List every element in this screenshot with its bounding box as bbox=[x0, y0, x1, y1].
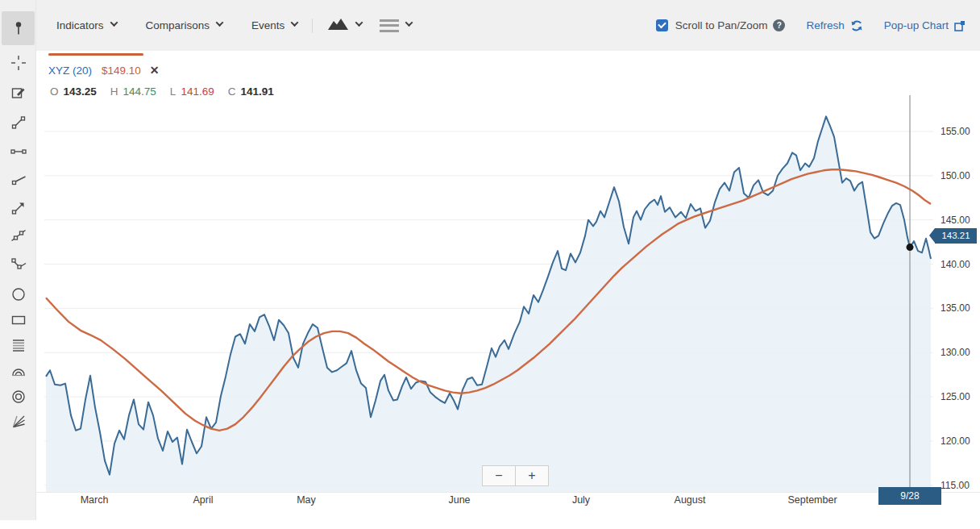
tool-crosshair[interactable] bbox=[4, 49, 32, 77]
x-axis-label: March bbox=[81, 494, 109, 506]
drawing-toolbar bbox=[0, 0, 36, 520]
toolbar-separator bbox=[312, 19, 313, 33]
indicators-menu[interactable]: Indicators bbox=[56, 19, 117, 31]
popup-chart-button[interactable]: Pop-up Chart bbox=[884, 19, 965, 31]
last-price-badge: 143.21 bbox=[935, 228, 977, 244]
extended-line-icon bbox=[10, 227, 27, 244]
x-axis-label: September bbox=[787, 494, 837, 506]
fib-retracement-icon bbox=[10, 337, 27, 353]
high-value: 144.75 bbox=[123, 85, 156, 98]
crosshair-icon bbox=[10, 55, 27, 71]
close-label: C bbox=[228, 85, 236, 98]
pin-icon bbox=[10, 20, 27, 36]
open-label: O bbox=[50, 85, 59, 98]
fib-circles-icon bbox=[10, 389, 27, 405]
help-icon[interactable]: ? bbox=[773, 19, 785, 31]
symbol-label: XYZ (20) bbox=[48, 65, 92, 77]
symbol-price: $149.10 bbox=[102, 65, 141, 77]
x-axis-label: May bbox=[297, 494, 316, 506]
zoom-controls: − + bbox=[482, 465, 549, 486]
chevron-down-icon bbox=[355, 19, 363, 27]
ohlc-readout: O 143.25 H 144.75 L 141.69 C 141.91 bbox=[50, 85, 288, 98]
low-label: L bbox=[170, 85, 176, 98]
ellipse-icon bbox=[10, 286, 27, 302]
high-label: H bbox=[110, 85, 118, 98]
scroll-pan-zoom-checkbox[interactable] bbox=[656, 19, 668, 31]
tool-fib-retracement[interactable] bbox=[4, 331, 32, 359]
horizontal-line-icon bbox=[10, 144, 27, 160]
tool-ellipse[interactable] bbox=[4, 281, 32, 308]
events-menu-label: Events bbox=[251, 19, 284, 31]
y-axis-label: 125.00 bbox=[941, 391, 970, 402]
tool-fib-circles[interactable] bbox=[4, 383, 32, 410]
arrow-icon bbox=[10, 200, 27, 216]
refresh-button-label: Refresh bbox=[806, 19, 844, 31]
y-axis-label: 145.00 bbox=[941, 215, 970, 226]
events-menu[interactable]: Events bbox=[251, 19, 297, 31]
lines-icon bbox=[380, 19, 399, 32]
ray-icon bbox=[10, 171, 27, 187]
symbol-tab[interactable]: XYZ (20) $149.10 ✕ bbox=[48, 64, 160, 77]
tool-ray[interactable] bbox=[4, 165, 32, 193]
tool-pitchfork[interactable] bbox=[4, 251, 32, 278]
tool-fib-arc[interactable] bbox=[4, 357, 32, 385]
pitchfork-icon bbox=[10, 256, 27, 273]
tool-segment[interactable] bbox=[4, 109, 32, 136]
tool-rectangle[interactable] bbox=[4, 306, 32, 334]
popup-chart-button-label: Pop-up Chart bbox=[884, 19, 949, 31]
comparisons-menu[interactable]: Comparisons bbox=[146, 19, 223, 31]
comparisons-menu-label: Comparisons bbox=[146, 19, 210, 31]
fib-arc-icon bbox=[10, 363, 27, 379]
tool-gann-fan[interactable] bbox=[4, 408, 32, 435]
toolbar-right-cluster: Scroll to Pan/Zoom ? Refresh Pop-up Char… bbox=[656, 0, 965, 51]
zoom-out-button[interactable]: − bbox=[482, 465, 516, 486]
y-axis-label: 150.00 bbox=[941, 170, 970, 181]
rectangle-icon bbox=[10, 312, 27, 328]
chevron-down-icon bbox=[291, 19, 299, 27]
crosshair-date-badge: 9/28 bbox=[878, 487, 941, 505]
line-style-menu[interactable] bbox=[380, 19, 412, 32]
segment-icon bbox=[10, 115, 27, 131]
mountain-area-chart-icon bbox=[327, 17, 349, 34]
close-icon[interactable]: ✕ bbox=[150, 64, 160, 77]
price-area-fill bbox=[46, 116, 931, 492]
gann-fan-icon bbox=[10, 414, 27, 430]
top-toolbar: Indicators Comparisons Events Scroll to … bbox=[0, 0, 980, 51]
close-value: 141.91 bbox=[240, 85, 273, 98]
chevron-down-icon bbox=[110, 19, 118, 27]
refresh-button[interactable]: Refresh bbox=[806, 19, 862, 32]
y-axis-label: 140.00 bbox=[941, 259, 970, 270]
tool-pin[interactable] bbox=[2, 11, 35, 45]
indicators-menu-label: Indicators bbox=[56, 19, 104, 31]
toolbar-menus: Indicators Comparisons Events bbox=[56, 0, 412, 51]
y-axis-label: 120.00 bbox=[941, 435, 970, 447]
chart-type-menu[interactable] bbox=[327, 17, 362, 34]
tool-horizontal-line[interactable] bbox=[4, 138, 32, 165]
x-axis-label: July bbox=[572, 494, 590, 506]
tool-annotation[interactable] bbox=[4, 79, 32, 106]
annotation-icon bbox=[10, 85, 27, 101]
y-axis-label: 130.00 bbox=[941, 347, 970, 358]
low-value: 141.69 bbox=[181, 85, 214, 98]
crosshair-dot bbox=[907, 244, 914, 251]
x-axis-label: June bbox=[448, 494, 470, 506]
popup-window-icon bbox=[954, 20, 965, 31]
active-tab-underline bbox=[48, 53, 143, 56]
x-axis-label: August bbox=[675, 494, 706, 506]
zoom-in-button[interactable]: + bbox=[515, 465, 549, 486]
tool-extended-line[interactable] bbox=[4, 222, 32, 249]
tool-arrow[interactable] bbox=[4, 194, 32, 222]
scroll-pan-zoom-label: Scroll to Pan/Zoom bbox=[675, 19, 768, 31]
y-axis-label: 155.00 bbox=[941, 126, 970, 137]
chevron-down-icon bbox=[405, 19, 413, 27]
x-axis-label: April bbox=[193, 494, 213, 506]
refresh-icon bbox=[850, 19, 863, 32]
y-axis-label: 115.00 bbox=[941, 480, 970, 491]
price-chart[interactable] bbox=[0, 0, 980, 529]
y-axis-label: 135.00 bbox=[941, 302, 970, 314]
chevron-down-icon bbox=[216, 19, 224, 27]
open-value: 143.25 bbox=[64, 85, 97, 98]
